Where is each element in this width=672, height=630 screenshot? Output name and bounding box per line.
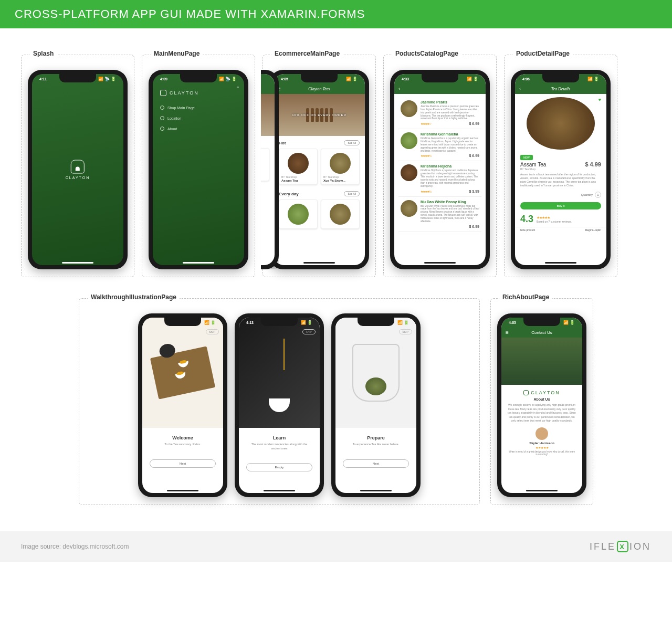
- skip-button[interactable]: SKIP: [206, 329, 219, 334]
- person-name: Skyler Harrisson: [508, 442, 576, 445]
- hamburger-icon[interactable]: ≡: [506, 330, 509, 335]
- phone-walk-3: 📶🔋 SKIP Prepare To experience Tea like n…: [331, 313, 421, 497]
- back-icon[interactable]: ‹: [398, 86, 400, 91]
- next-button[interactable]: Next: [150, 459, 216, 468]
- product-image: [288, 153, 309, 174]
- catalog-item[interactable]: Kirishima Genmaicha Kirishima Genmaicha …: [398, 129, 481, 161]
- group-about: RichAboutPage 4:05📶🔋 ≡Contact Us CLAYTON…: [490, 298, 593, 505]
- skip-button[interactable]: SKIP: [302, 329, 316, 334]
- screen-ecom: 4:05 📶🔋 ≡ Clayton Teas 10% OFF ON EVERY …: [274, 74, 365, 265]
- image-source-label: Image source: devblogs.microsoft.com: [21, 543, 129, 550]
- testimonial-quote: When in need of a great design you know …: [508, 450, 576, 456]
- canvas: Splash 4:11 📶📡🔋 CLAYTON MainMenuPage: [0, 28, 672, 521]
- menu-brand: CLAYTON: [160, 90, 237, 96]
- price-label: $ 6.99: [469, 122, 479, 125]
- group-splash: Splash 4:11 📶📡🔋 CLAYTON: [21, 55, 134, 277]
- product-name: Assam Tea: [520, 162, 546, 167]
- menu-item-about[interactable]: About: [160, 123, 237, 134]
- header-title: CROSS-PLATFORM APP GUI MADE WITH XAMARIN…: [15, 7, 365, 20]
- favorite-icon[interactable]: ♥: [598, 97, 601, 102]
- section-title-everyday: Every day: [279, 192, 299, 196]
- screen-splash: 4:11 📶📡🔋 CLAYTON: [32, 74, 123, 265]
- screen-detail: 4:06📶🔋 ‹Tea Details ♥ NEW Assam Tea $ 4.…: [515, 74, 606, 265]
- header-title: Contact Us: [531, 330, 552, 335]
- walk-subtitle: The most modern tendencies along with th…: [247, 443, 311, 450]
- brand-x-icon: X: [617, 541, 628, 552]
- screen-menu: 4:09 📶📡🔋 ≡ CLAYTON Shop Main Page Locati…: [153, 74, 244, 265]
- skip-button[interactable]: SKIP: [399, 329, 412, 334]
- wifi-icon: 📡: [104, 77, 110, 81]
- product-card[interactable]: BY Tea Shop Assam Tea: [279, 149, 318, 185]
- star-rating: ★★★★☆: [421, 122, 431, 125]
- product-card[interactable]: [279, 200, 318, 229]
- shop-icon: [160, 106, 164, 110]
- page-header: CROSS-PLATFORM APP GUI MADE WITH XAMARIN…: [0, 0, 672, 28]
- menu-item-shop[interactable]: Shop Main Page: [160, 102, 237, 113]
- product-image: [401, 100, 417, 117]
- time-label: 4:13: [246, 321, 254, 324]
- walk-title: Welcome: [151, 435, 215, 440]
- time-label: 4:05: [281, 77, 288, 81]
- product-image: [330, 153, 351, 174]
- menu-item-location[interactable]: Location: [160, 113, 237, 123]
- review-author: Regina Joplin: [585, 228, 601, 232]
- quantity-label: Quantity: [581, 193, 593, 196]
- phone-walk-2: 4:13📶🔋 SKIP Learn The most modern tenden…: [235, 313, 324, 497]
- product-card[interactable]: BY Tea Shop Xue Ya Snow...: [321, 149, 360, 185]
- screen-catalog: 4:33📶🔋 ‹ Jasmine Pearls Jasmine Pearls i…: [394, 74, 486, 265]
- about-icon: [160, 127, 164, 131]
- group-label-ecom: EcommerceMainPage: [271, 50, 343, 57]
- phone-splash: 4:11 📶📡🔋 CLAYTON: [28, 70, 128, 269]
- phone-about: 4:05📶🔋 ≡Contact Us CLAYTON About Us We s…: [497, 313, 586, 497]
- hamburger-icon[interactable]: ≡: [237, 86, 239, 89]
- product-card[interactable]: [321, 200, 360, 229]
- phone-detail: 4:06📶🔋 ‹Tea Details ♥ NEW Assam Tea $ 4.…: [511, 70, 611, 269]
- signal-icon: 📶: [98, 77, 103, 81]
- hero-tagline: 10% OFF ON EVERY ORDER: [292, 113, 346, 117]
- walk-title: Learn: [247, 435, 311, 440]
- group-label-menu: MainMenuPage: [151, 50, 203, 57]
- time-label: 4:11: [39, 77, 47, 81]
- phone-ecom: 4:05 📶🔋 ≡ Clayton Teas 10% OFF ON EVERY …: [269, 70, 369, 269]
- time-label: 4:09: [160, 77, 167, 81]
- shop-label: BY Tea Shop: [281, 175, 315, 178]
- time-label: 4:06: [522, 77, 530, 81]
- phone-walk-1: 📶🔋 SKIP Welcome To the Tea sanctuary. Re…: [138, 313, 227, 497]
- group-label-walk: WalkthroughIllustrationPage: [88, 293, 180, 301]
- group-detail: PoductDetailPage 4:06📶🔋 ‹Tea Details ♥ N…: [504, 55, 617, 277]
- brand-name: CLAYTON: [170, 90, 199, 96]
- group-label-catalog: PoductsCatalogPage: [392, 50, 461, 57]
- shop-label: BY Tea Shop: [323, 175, 357, 178]
- next-button[interactable]: Empty: [246, 463, 312, 471]
- new-badge: NEW: [520, 155, 533, 160]
- review-text: Nice product: [520, 228, 535, 232]
- location-icon: [160, 116, 164, 120]
- header-title: Clayton Teas: [308, 87, 330, 91]
- about-text: We strongly believe in supplying only hi…: [508, 403, 576, 423]
- splash-logo: CLAYTON: [66, 160, 90, 180]
- battery-icon: 🔋: [111, 77, 116, 81]
- hero-banner[interactable]: 10% OFF ON EVERY ORDER: [274, 94, 365, 136]
- catalog-item[interactable]: Jasmine Pearls Jasmine Pearls is a famou…: [398, 97, 481, 129]
- product-desc: Jasmine Pearls is a famous premium jasmi…: [421, 105, 479, 120]
- catalog-item[interactable]: Mu Dan White Peony King Bai Mu Dan White…: [398, 197, 481, 232]
- next-button[interactable]: Next: [343, 459, 409, 468]
- walk-subtitle: To the Tea sanctuary. Relax.: [151, 443, 215, 447]
- iflexion-logo: IFLEXION: [590, 541, 651, 552]
- see-all-button[interactable]: See All: [344, 191, 360, 196]
- star-rating: ★★★★★: [508, 446, 576, 449]
- footer: Image source: devblogs.microsoft.com IFL…: [0, 531, 672, 562]
- group-ecom: EcommerceMainPage 4:05 📶🔋 ≡ Clayton Teas…: [262, 55, 376, 277]
- catalog-item[interactable]: Kirishima Hojicha Kirishima Hojicha is a…: [398, 161, 481, 196]
- buy-button[interactable]: Buy it: [520, 202, 601, 209]
- product-name: Xue Ya Snow...: [323, 179, 357, 182]
- group-catalog: PoductsCatalogPage 4:33📶🔋 ‹ Jasmine Pear…: [383, 55, 497, 277]
- back-icon[interactable]: ‹: [519, 86, 521, 91]
- see-all-button[interactable]: See All: [344, 140, 360, 145]
- about-subtitle: About Us: [508, 397, 576, 401]
- product-name: Jasmine Pearls: [421, 100, 479, 104]
- illustration-glass: [352, 344, 400, 402]
- product-name: Assam Tea: [281, 179, 315, 182]
- time-label: 4:05: [509, 321, 516, 324]
- quantity-stepper[interactable]: 1: [595, 192, 601, 198]
